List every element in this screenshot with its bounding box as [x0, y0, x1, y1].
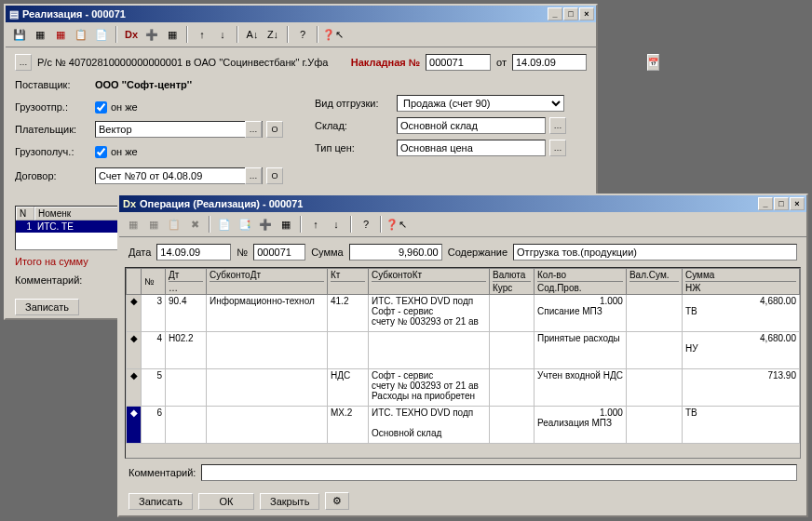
col-dt: Дт — [169, 270, 179, 280]
title-1: Реализация - 000071 — [22, 8, 548, 20]
help-whats2-icon[interactable]: ❓↖ — [387, 216, 404, 233]
col-qty: Кол-во — [537, 270, 566, 280]
col-n: N — [16, 207, 34, 220]
toolbar-2: ▦ ▦ 📋 ✖ 📄 📑 ➕ ▦ ↑ ↓ ? ❓↖ — [119, 212, 806, 237]
payer-label: Плательщик: — [15, 124, 95, 135]
del-icon-2[interactable]: ✖ — [186, 216, 203, 233]
grid3-icon[interactable]: ▦ — [164, 26, 181, 43]
comment-input[interactable] — [201, 464, 797, 481]
price-type-input[interactable] — [398, 140, 545, 155]
consignee-same-checkbox[interactable]: он же — [95, 146, 138, 158]
invoice-label: Накладная № — [351, 57, 420, 68]
op-num-input[interactable] — [253, 244, 305, 260]
table-row[interactable]: ◆ 4 Н02.2 Принятые расходы 4,680.00НУ — [127, 332, 800, 369]
col-kt: Кт — [331, 270, 340, 280]
dx-icon[interactable]: Dx — [123, 26, 140, 43]
titlebar-1: ▤ Реализация - 000071 _ □ × — [6, 6, 596, 22]
col-n2: № — [142, 269, 166, 295]
help-whats-icon[interactable]: ❓↖ — [324, 26, 341, 43]
account-text: Р/с № 40702810000000000001 в ОАО ''Социн… — [37, 57, 329, 68]
col-nom: Номенк — [34, 207, 121, 220]
title-2: Операция (Реализация) - 000071 — [140, 198, 758, 209]
payer-browse-button[interactable]: … — [245, 121, 262, 138]
price-type-label: Тип цен: — [315, 142, 397, 154]
table-row[interactable]: ◆ 5 НДС Софт - сервиссчету № 003293 от 2… — [127, 369, 800, 407]
cell-nom: ИТС. ТЕ — [34, 220, 121, 233]
maximize-button[interactable]: □ — [563, 7, 578, 20]
help-icon[interactable]: ? — [294, 26, 311, 43]
wheel-icon[interactable]: ⚙ — [325, 492, 349, 510]
ship-type-label: Вид отгрузки: — [315, 98, 397, 109]
table-row[interactable]: ◆ 6 МХ.2 ИТС. ТЕХНО DVD подпОсновной скл… — [127, 407, 800, 444]
record-button-1[interactable]: Записать — [15, 299, 79, 315]
date-picker-button[interactable]: 📅 — [647, 54, 659, 71]
warehouse-browse-button[interactable]: … — [549, 117, 566, 134]
copy-icon-2[interactable]: 📋 — [166, 216, 183, 233]
grid-icon[interactable]: ▦ — [32, 26, 48, 43]
supplier-label: Поставщик: — [15, 79, 95, 90]
up-icon[interactable]: ↑ — [194, 26, 210, 43]
minimize-button-2[interactable]: _ — [758, 197, 773, 210]
items-grid-small[interactable]: N Номенк 1 ИТС. ТЕ — [15, 206, 122, 250]
grid2-icon[interactable]: ▦ — [52, 26, 69, 43]
close-button[interactable]: × — [579, 7, 594, 20]
close-button-2b[interactable]: Закрыть — [260, 493, 319, 510]
op-sum-input[interactable] — [349, 244, 442, 260]
warehouse-input[interactable] — [398, 118, 545, 133]
entries-grid[interactable]: № Дт… СубконтоДт Кт СубконтоКт ВалютаКур… — [125, 267, 801, 459]
col-indicator — [127, 269, 142, 295]
add-icon[interactable]: ➕ — [143, 26, 160, 43]
invoice-num-input[interactable] — [426, 54, 491, 71]
col-val: Валюта — [493, 270, 525, 280]
window-operation: Dx Операция (Реализация) - 000071 _ □ × … — [117, 194, 808, 517]
warehouse-label: Склад: — [315, 120, 397, 131]
price-type-browse-button[interactable]: … — [549, 140, 566, 156]
up2-icon[interactable]: ↑ — [307, 216, 324, 233]
num-label: № — [237, 247, 248, 258]
help2-icon[interactable]: ? — [358, 216, 374, 233]
contract-browse-button[interactable]: … — [245, 167, 262, 184]
document-icon: Dx — [123, 198, 136, 209]
col-subkt: СубконтоКт — [372, 270, 422, 280]
comment-label-2: Комментарий: — [129, 467, 196, 478]
payer-input[interactable] — [96, 122, 245, 137]
shipper-same-checkbox[interactable]: он же — [95, 101, 138, 114]
sum-label: Сумма — [311, 247, 344, 258]
sort-asc-icon[interactable]: A↓ — [244, 26, 261, 43]
op-content-input[interactable] — [513, 244, 797, 260]
invoice-date-input[interactable] — [513, 55, 647, 70]
grid2-icon-2[interactable]: ▦ — [145, 216, 162, 233]
sheet2-icon[interactable]: 📑 — [237, 216, 253, 233]
copy-icon[interactable]: 📋 — [73, 26, 89, 43]
record-button-2[interactable]: Записать — [129, 493, 193, 510]
down-icon[interactable]: ↓ — [214, 26, 231, 43]
consignee-label: Грузополуч.: — [15, 146, 95, 157]
col-summ: Сумма — [685, 270, 714, 280]
shipper-label: Грузоотпр.: — [15, 101, 95, 113]
col-valsum: Вал.Сум. — [629, 270, 670, 280]
ship-type-select[interactable]: Продажа (счет 90) — [397, 95, 564, 112]
paste-icon[interactable]: 📄 — [93, 26, 110, 43]
contract-label: Договор: — [15, 170, 95, 181]
sort-desc-icon[interactable]: Z↓ — [264, 26, 281, 43]
account-browse-button[interactable]: … — [15, 54, 32, 71]
content-label: Содержание — [448, 247, 508, 258]
grid-icon-2[interactable]: ▦ — [125, 216, 142, 233]
contract-input[interactable] — [96, 168, 245, 183]
save-icon[interactable]: 💾 — [11, 26, 28, 43]
close-button-2[interactable]: × — [790, 197, 805, 210]
titlebar-2: Dx Операция (Реализация) - 000071 _ □ × — [119, 195, 806, 212]
add2-icon[interactable]: ➕ — [257, 216, 274, 233]
table-row[interactable]: ◆ 3 90.4 Информационно-технол 41.2 ИТС. … — [127, 295, 800, 332]
down2-icon[interactable]: ↓ — [328, 216, 345, 233]
date-label: Дата — [129, 247, 151, 258]
contract-open-button[interactable]: О — [266, 167, 283, 184]
minimize-button[interactable]: _ — [548, 7, 562, 20]
cell-n: 1 — [16, 220, 34, 233]
ok-button[interactable]: ОК — [198, 493, 254, 510]
col-subdt: СубконтоДт — [210, 270, 261, 280]
maximize-button-2[interactable]: □ — [774, 197, 789, 210]
payer-open-button[interactable]: О — [266, 121, 283, 138]
sheet-icon[interactable]: 📄 — [216, 216, 233, 233]
grid4-icon[interactable]: ▦ — [277, 216, 294, 233]
